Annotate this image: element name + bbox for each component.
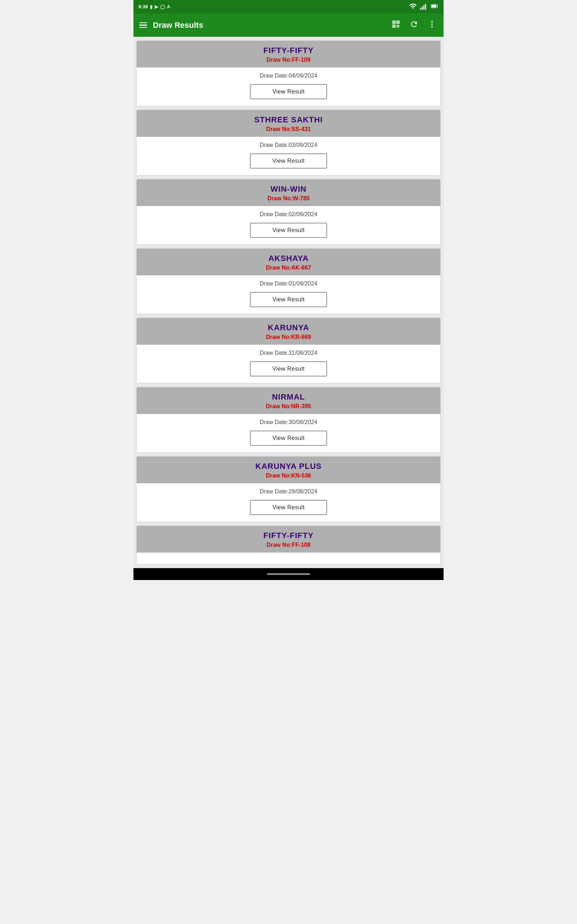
card-body: Draw Date:04/09/2024 View Result xyxy=(137,68,440,106)
card-body: Draw Date:31/08/2024 View Result xyxy=(137,345,440,383)
draw-date: Draw Date:01/09/2024 xyxy=(140,281,437,287)
svg-rect-14 xyxy=(398,25,399,26)
draw-date: Draw Date:03/09/2024 xyxy=(140,142,437,149)
card-header: FIFTY-FIFTY Draw No:FF-108 xyxy=(137,526,440,552)
draw-card: NIRMAL Draw No:NR-395 Draw Date:30/08/20… xyxy=(136,387,441,452)
status-time: 9:38 xyxy=(139,4,148,10)
view-result-button[interactable]: View Result xyxy=(250,153,327,168)
draw-card: WIN-WIN Draw No:W-785 Draw Date:02/09/20… xyxy=(136,179,441,245)
view-result-button[interactable]: View Result xyxy=(250,361,327,376)
lottery-name: FIFTY-FIFTY xyxy=(140,531,437,540)
draw-date: Draw Date:02/09/2024 xyxy=(140,211,437,218)
draw-card: KARUNYA PLUS Draw No:KN-536 Draw Date:29… xyxy=(136,456,441,522)
svg-rect-1 xyxy=(422,6,423,10)
view-result-button[interactable]: View Result xyxy=(250,431,327,446)
svg-point-17 xyxy=(431,21,433,23)
svg-rect-13 xyxy=(397,25,398,26)
svg-rect-0 xyxy=(420,8,421,10)
card-header: STHREE SAKTHI Draw No:SS-431 xyxy=(137,110,440,137)
lottery-name: KARUNYA PLUS xyxy=(140,462,437,471)
page-title: Draw Results xyxy=(153,21,384,30)
card-body: Draw Date:01/09/2024 View Result xyxy=(137,275,440,313)
media-icon: ▶ xyxy=(155,4,158,10)
lottery-name: FIFTY-FIFTY xyxy=(140,46,437,55)
svg-point-18 xyxy=(431,23,433,25)
qr-code-button[interactable] xyxy=(390,18,402,32)
lottery-name: STHREE SAKTHI xyxy=(140,115,437,124)
svg-rect-16 xyxy=(398,26,399,27)
battery-icon xyxy=(430,2,438,11)
navigation-bar xyxy=(134,568,443,580)
svg-rect-5 xyxy=(432,5,436,7)
view-result-button[interactable]: View Result xyxy=(250,223,327,238)
draw-number: Draw No:FF-108 xyxy=(140,542,437,548)
lottery-name: KARUNYA xyxy=(140,323,437,333)
more-options-button[interactable] xyxy=(426,18,438,32)
draw-number: Draw No:AK-667 xyxy=(140,265,437,271)
draw-date: Draw Date:29/08/2024 xyxy=(140,488,437,495)
wifi-icon xyxy=(409,2,417,11)
app-bar: Draw Results xyxy=(134,13,443,37)
svg-rect-12 xyxy=(393,26,395,27)
draw-number: Draw No:FF-109 xyxy=(140,57,437,63)
nav-pill xyxy=(267,573,310,575)
draw-number: Draw No:W-785 xyxy=(140,195,437,202)
draw-card: KARUNYA Draw No:KR-669 Draw Date:31/08/2… xyxy=(136,318,441,383)
svg-rect-15 xyxy=(397,26,398,27)
view-result-button[interactable]: View Result xyxy=(250,500,327,515)
lottery-name: AKSHAYA xyxy=(140,254,437,263)
svg-rect-8 xyxy=(393,22,395,23)
draw-card: STHREE SAKTHI Draw No:SS-431 Draw Date:0… xyxy=(136,110,441,175)
draw-number: Draw No:NR-395 xyxy=(140,403,437,410)
svg-point-19 xyxy=(431,26,433,27)
card-header: NIRMAL Draw No:NR-395 xyxy=(137,387,440,414)
draws-list: FIFTY-FIFTY Draw No:FF-109 Draw Date:04/… xyxy=(134,37,443,568)
signal-icon xyxy=(420,2,428,11)
refresh-button[interactable] xyxy=(408,18,420,32)
draw-card: AKSHAYA Draw No:AK-667 Draw Date:01/09/2… xyxy=(136,248,441,314)
draw-date: Draw Date:31/08/2024 xyxy=(140,350,437,356)
view-result-button[interactable]: View Result xyxy=(250,84,327,99)
card-header: FIFTY-FIFTY Draw No:FF-109 xyxy=(137,41,440,68)
svg-rect-2 xyxy=(423,5,424,10)
card-body: Draw Date:30/08/2024 View Result xyxy=(137,414,440,452)
draw-number: Draw No:KR-669 xyxy=(140,334,437,340)
lottery-name: NIRMAL xyxy=(140,393,437,402)
svg-rect-6 xyxy=(437,5,438,7)
lottery-name: WIN-WIN xyxy=(140,184,437,194)
draw-date: Draw Date:04/09/2024 xyxy=(140,73,437,79)
status-bar: 9:38 ▮ ▶ ◯ A xyxy=(134,0,443,13)
card-body: Draw Date:03/09/2024 View Result xyxy=(137,137,440,175)
card-header: AKSHAYA Draw No:AK-667 xyxy=(137,249,440,275)
card-body xyxy=(137,552,440,564)
card-header: WIN-WIN Draw No:W-785 xyxy=(137,179,440,206)
card-header: KARUNYA Draw No:KR-669 xyxy=(137,318,440,345)
view-result-button[interactable]: View Result xyxy=(250,292,327,307)
svg-rect-10 xyxy=(397,22,398,23)
card-body: Draw Date:29/08/2024 View Result xyxy=(137,483,440,522)
draw-card: FIFTY-FIFTY Draw No:FF-108 xyxy=(136,525,441,564)
draw-date: Draw Date:30/08/2024 xyxy=(140,419,437,426)
app-bar-actions xyxy=(390,18,438,32)
card-body: Draw Date:02/09/2024 View Result xyxy=(137,206,440,244)
app-icon: A xyxy=(167,4,170,10)
svg-rect-3 xyxy=(425,4,426,10)
hamburger-menu-button[interactable] xyxy=(139,23,147,28)
draw-number: Draw No:SS-431 xyxy=(140,126,437,132)
sim-icon: ▮ xyxy=(150,4,153,10)
clock-icon: ◯ xyxy=(160,4,165,10)
card-header: KARUNYA PLUS Draw No:KN-536 xyxy=(137,457,440,483)
draw-card: FIFTY-FIFTY Draw No:FF-109 Draw Date:04/… xyxy=(136,40,441,106)
draw-number: Draw No:KN-536 xyxy=(140,472,437,479)
